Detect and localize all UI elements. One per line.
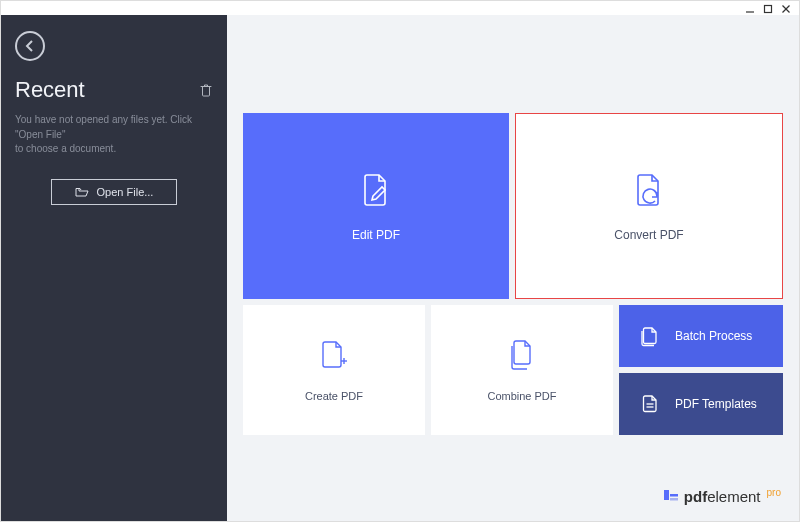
combine-pdf-tile[interactable]: Combine PDF xyxy=(431,305,613,435)
create-pdf-icon xyxy=(317,338,351,372)
sidebar-title: Recent xyxy=(15,77,85,103)
folder-open-icon xyxy=(75,186,89,198)
brand-name: pdfelement xyxy=(684,488,761,505)
tile-label: Edit PDF xyxy=(352,228,400,242)
hint-line: You have not opened any files yet. Click… xyxy=(15,113,213,142)
main-area: Edit PDF Convert PDF xyxy=(227,15,799,521)
brand-edition: pro xyxy=(767,487,781,498)
batch-process-tile[interactable]: Batch Process xyxy=(619,305,783,367)
convert-pdf-icon xyxy=(629,170,669,210)
hint-line: to choose a document. xyxy=(15,142,213,157)
sidebar-hint: You have not opened any files yet. Click… xyxy=(15,113,213,157)
batch-process-icon xyxy=(639,325,661,347)
maximize-button[interactable] xyxy=(761,3,775,15)
minimize-button[interactable] xyxy=(743,3,757,15)
svg-rect-9 xyxy=(670,494,678,497)
open-file-button[interactable]: Open File... xyxy=(51,179,177,205)
tile-row-1: Edit PDF Convert PDF xyxy=(243,113,783,299)
sidebar: Recent You have not opened any files yet… xyxy=(1,15,227,521)
back-button[interactable] xyxy=(15,31,45,61)
svg-rect-1 xyxy=(765,6,772,13)
app-window: Recent You have not opened any files yet… xyxy=(0,0,800,522)
clear-recent-button[interactable] xyxy=(199,83,213,97)
sidebar-header: Recent xyxy=(15,77,213,103)
tile-label: PDF Templates xyxy=(675,397,757,411)
tile-label: Create PDF xyxy=(305,390,363,402)
close-button[interactable] xyxy=(779,3,793,15)
combine-pdf-icon xyxy=(505,338,539,372)
chevron-left-icon xyxy=(24,40,36,52)
svg-rect-8 xyxy=(664,490,669,500)
svg-rect-10 xyxy=(670,498,678,501)
brand-logo: pdfelement pro xyxy=(664,488,781,505)
tile-label: Batch Process xyxy=(675,329,752,343)
pdf-templates-icon xyxy=(639,393,661,415)
brand-mark-icon xyxy=(664,488,678,502)
app-body: Recent You have not opened any files yet… xyxy=(1,15,799,521)
tile-label: Convert PDF xyxy=(614,228,683,242)
convert-pdf-tile[interactable]: Convert PDF xyxy=(515,113,783,299)
pdf-templates-tile[interactable]: PDF Templates xyxy=(619,373,783,435)
edit-pdf-icon xyxy=(356,170,396,210)
create-pdf-tile[interactable]: Create PDF xyxy=(243,305,425,435)
edit-pdf-tile[interactable]: Edit PDF xyxy=(243,113,509,299)
trash-icon xyxy=(199,83,213,97)
tile-stack: Batch Process PDF Templates xyxy=(619,305,783,435)
tile-label: Combine PDF xyxy=(487,390,556,402)
tile-row-2: Create PDF Combine PDF xyxy=(243,305,783,435)
window-controls xyxy=(1,1,799,15)
open-file-label: Open File... xyxy=(97,186,154,198)
